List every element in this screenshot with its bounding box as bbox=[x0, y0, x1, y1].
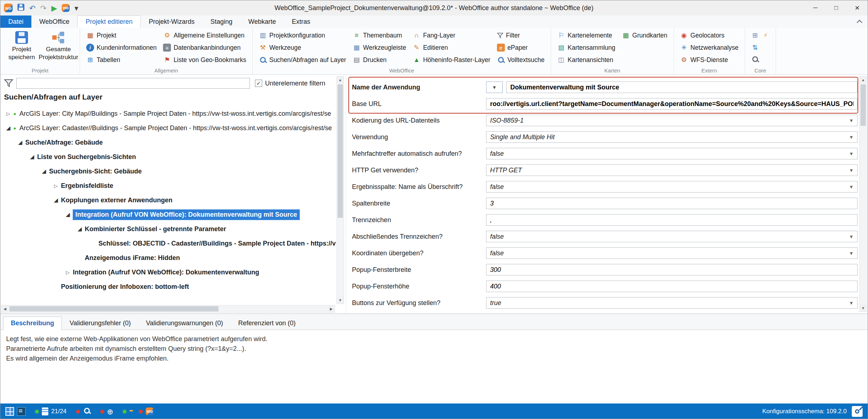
ribbon-item-wfs-dienste[interactable]: ⚙ WFS-Dienste bbox=[678, 54, 741, 66]
ribbon-item-geolocators[interactable]: ◉ Geolocators bbox=[678, 30, 741, 41]
tree-item[interactable]: ◢ ● ArcGIS Layer: Cadaster//Buildings - … bbox=[0, 121, 336, 135]
tab-staging[interactable]: Staging bbox=[203, 16, 241, 28]
core-layout-button[interactable]: ⊞ bbox=[751, 31, 759, 39]
tab-projekt-editieren[interactable]: Projekt editieren bbox=[77, 16, 141, 28]
tab-projekt-wizards[interactable]: Projekt-Wizards bbox=[141, 16, 202, 28]
collapse-icon[interactable]: ◢ bbox=[75, 226, 85, 232]
undo-button[interactable]: ↶ bbox=[29, 4, 36, 12]
ribbon-item-grundkarten[interactable]: ▦ Grundkarten bbox=[619, 30, 670, 41]
popup-fensterhoehe-input[interactable] bbox=[486, 281, 858, 292]
trennzeichen-input[interactable] bbox=[486, 214, 858, 226]
scroll-right-button[interactable]: ▶ bbox=[328, 305, 335, 312]
ribbon-item-kundeninformationen[interactable]: i Kundeninformationen bbox=[84, 42, 159, 53]
ribbon-item-werkzeuge[interactable]: ⚒ Werkzeuge bbox=[256, 42, 349, 53]
collapse-icon[interactable]: ◢ bbox=[63, 211, 73, 218]
abschliessendes-trennzeichen-dropdown[interactable]: false ▼ bbox=[486, 231, 858, 242]
ribbon-item-geo-bookmarks[interactable]: ⚑ Liste von Geo-Bookmarks bbox=[160, 54, 248, 66]
ribbon-item-projektkonfiguration[interactable]: ▥ Projektkonfiguration bbox=[256, 30, 349, 41]
tab-validierungswarnungen[interactable]: Validierungswarnungen (0) bbox=[139, 317, 230, 330]
ribbon-item-themenbaum[interactable]: ≡ Themenbaum bbox=[350, 30, 409, 41]
base-url-input[interactable] bbox=[486, 98, 858, 110]
name-combo-button[interactable]: ▼ bbox=[486, 81, 503, 93]
collapse-icon[interactable]: ◢ bbox=[15, 139, 25, 146]
collapse-icon[interactable]: ◢ bbox=[39, 168, 49, 175]
mehrfachtreffer-dropdown[interactable]: false ▼ bbox=[486, 148, 858, 159]
ribbon-item-tabellen[interactable]: ⊞ Tabellen bbox=[84, 54, 159, 66]
ribbon-item-werkzeugleiste[interactable]: ▦ Werkzeugleiste bbox=[350, 42, 409, 53]
search-service-button[interactable] bbox=[83, 408, 91, 415]
run-button[interactable]: ▶ bbox=[51, 4, 57, 12]
collapse-icon[interactable]: ◢ bbox=[27, 154, 37, 160]
gesamte-projektstruktur-button[interactable]: Gesamte Projektstruktur bbox=[41, 30, 76, 66]
ribbon-item-volltextsuche[interactable]: Volltextsuche bbox=[494, 54, 547, 66]
tree-item[interactable]: ◢ Liste von Suchergebnis-Sichten bbox=[0, 150, 336, 164]
tree-filter-input[interactable] bbox=[16, 78, 250, 89]
tab-datei[interactable]: Datei bbox=[0, 16, 31, 28]
collapse-ribbon-button[interactable] bbox=[851, 16, 868, 28]
core-sync-button[interactable]: ⇅ bbox=[751, 44, 759, 52]
qat-customize-button[interactable]: ▾ bbox=[74, 4, 78, 12]
scrollbar-thumb[interactable] bbox=[9, 306, 219, 312]
tree-vertical-scrollbar[interactable]: ▲ ▼ bbox=[336, 76, 344, 304]
schema-key-button[interactable] bbox=[852, 406, 863, 417]
scrollbar-thumb[interactable] bbox=[338, 84, 343, 218]
tree-item[interactable]: Positionierung der Infoboxen: bottom-lef… bbox=[0, 279, 336, 294]
ergebnisspalte-dropdown[interactable]: false ▼ bbox=[486, 181, 858, 193]
ribbon-item-suchen-abfragen-auf-layer[interactable]: Suchen/Abfragen auf Layer bbox=[256, 54, 349, 66]
subfilter-checkbox[interactable]: ✓ bbox=[255, 80, 262, 87]
ribbon-item-filter[interactable]: Filter bbox=[494, 30, 547, 41]
expand-icon[interactable]: ▷ bbox=[63, 270, 73, 275]
projekt-speichern-button[interactable]: Projekt speichern bbox=[4, 30, 39, 66]
core-wizard-button[interactable]: ⚡ bbox=[762, 31, 770, 39]
core-search-button[interactable] bbox=[751, 56, 759, 64]
ribbon-item-editieren[interactable]: ✎ Editieren bbox=[410, 42, 493, 53]
ribbon-item-drucken[interactable]: ▤ Drucken bbox=[350, 54, 409, 66]
tree-item[interactable]: Anzeigemodus iFrame: Hidden bbox=[0, 251, 336, 265]
ribbon-item-hoeheninfo-raster-layer[interactable]: ▲ Höheninfo-Raster-Layer bbox=[410, 54, 493, 66]
ribbon-item-kartenelemente[interactable]: ⚐ Kartenelemente bbox=[555, 30, 618, 41]
ribbon-item-projekt[interactable]: ▦ Projekt bbox=[84, 30, 159, 41]
tree-item[interactable]: ◢ Kombinierter Schlüssel - getrennte Par… bbox=[0, 222, 336, 236]
name-der-anwendung-input[interactable] bbox=[506, 81, 858, 93]
collapse-icon[interactable]: ◢ bbox=[51, 197, 61, 203]
ribbon-item-allgemeine-einstellungen[interactable]: ⚙ Allgemeine Einstellungen bbox=[160, 30, 248, 41]
tab-referenziert-von[interactable]: Referenziert von (0) bbox=[231, 317, 303, 330]
expand-icon[interactable]: ▷ bbox=[3, 111, 13, 116]
tree-item[interactable]: ◢ Suchergebnis-Sicht: Gebäude bbox=[0, 164, 336, 178]
tree-horizontal-scrollbar[interactable]: ◀ ▶ bbox=[1, 305, 335, 313]
expand-icon[interactable]: ▷ bbox=[51, 183, 61, 189]
scroll-down-button[interactable]: ▼ bbox=[337, 297, 344, 304]
http-get-dropdown[interactable]: HTTP GET ▼ bbox=[486, 164, 858, 176]
tree-item[interactable]: ▷ ● ArcGIS Layer: City Map//Buildings - … bbox=[0, 106, 336, 121]
tab-beschreibung[interactable]: Beschreibung bbox=[3, 317, 62, 330]
maximize-button[interactable]: □ bbox=[826, 0, 847, 16]
kodierung-dropdown[interactable]: ISO-8859-1 ▼ bbox=[486, 115, 858, 126]
scrollbar-thumb[interactable] bbox=[860, 84, 866, 126]
ribbon-item-fang-layer[interactable]: ∩ Fang-Layer bbox=[410, 30, 493, 41]
globe-service-button[interactable]: ⊕ bbox=[107, 408, 114, 415]
popup-fensterbreite-input[interactable] bbox=[486, 264, 858, 275]
scroll-down-button[interactable]: ▼ bbox=[860, 305, 867, 312]
spaltenbreite-input[interactable] bbox=[486, 198, 858, 209]
tab-webkarte[interactable]: Webkarte bbox=[241, 16, 284, 28]
tree-item[interactable]: ◢ Kopplungen externer Anwendungen bbox=[0, 193, 336, 207]
scroll-left-button[interactable]: ◀ bbox=[1, 305, 8, 312]
koordinaten-dropdown[interactable]: false ▼ bbox=[486, 247, 858, 259]
ribbon-item-datenbankanbindungen[interactable]: ≡ Datenbankanbindungen bbox=[160, 42, 248, 53]
redo-button[interactable]: ↷ bbox=[40, 4, 47, 12]
tree-item-selected[interactable]: ◢ Integration (Aufruf VON WebOffice): Do… bbox=[0, 207, 336, 222]
collapse-icon[interactable]: ◢ bbox=[3, 125, 13, 131]
tree-item[interactable]: Schlüssel: OBJECTID - Cadaster//Building… bbox=[0, 236, 336, 251]
ribbon-item-kartensammlung[interactable]: ▧ Kartensammlung bbox=[555, 42, 618, 53]
ribbon-item-kartenansichten[interactable]: ◫ Kartenansichten bbox=[555, 54, 618, 66]
save-button[interactable] bbox=[17, 4, 25, 12]
tree-item[interactable]: ▷ Ergebnisfeldliste bbox=[0, 178, 336, 193]
ribbon-item-epaper[interactable]: e ePaper bbox=[494, 42, 547, 53]
tab-validierungsfehler[interactable]: Validierungsfehler (0) bbox=[62, 317, 138, 330]
tab-weboffice[interactable]: WebOffice bbox=[31, 16, 77, 28]
scroll-up-button[interactable]: ▲ bbox=[860, 76, 867, 83]
buttons-dropdown[interactable]: true ▼ bbox=[486, 297, 858, 309]
scroll-up-button[interactable]: ▲ bbox=[337, 76, 344, 83]
properties-vertical-scrollbar[interactable]: ▲ ▼ bbox=[859, 76, 867, 312]
minimize-button[interactable]: ─ bbox=[805, 0, 826, 16]
